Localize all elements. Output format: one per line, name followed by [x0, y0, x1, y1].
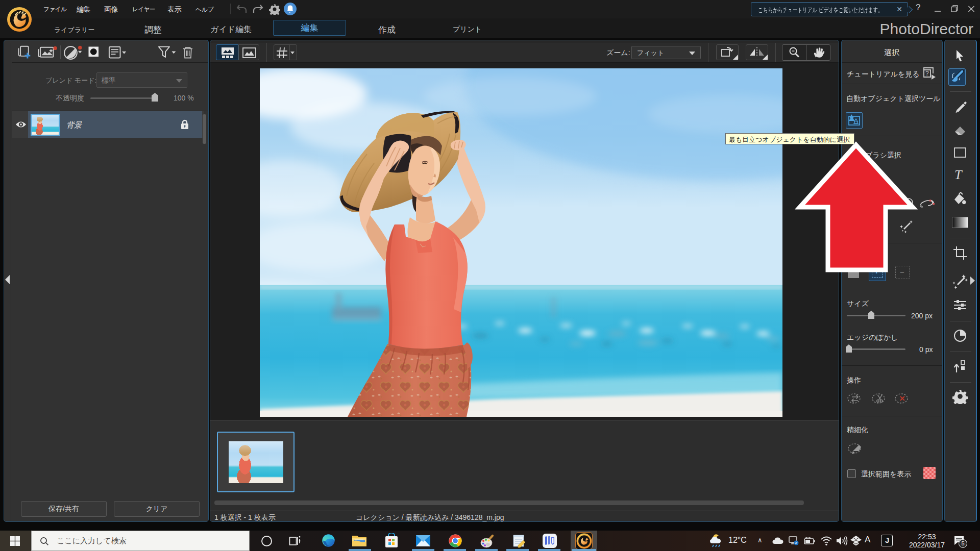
svg-text:?: ? [925, 70, 929, 77]
